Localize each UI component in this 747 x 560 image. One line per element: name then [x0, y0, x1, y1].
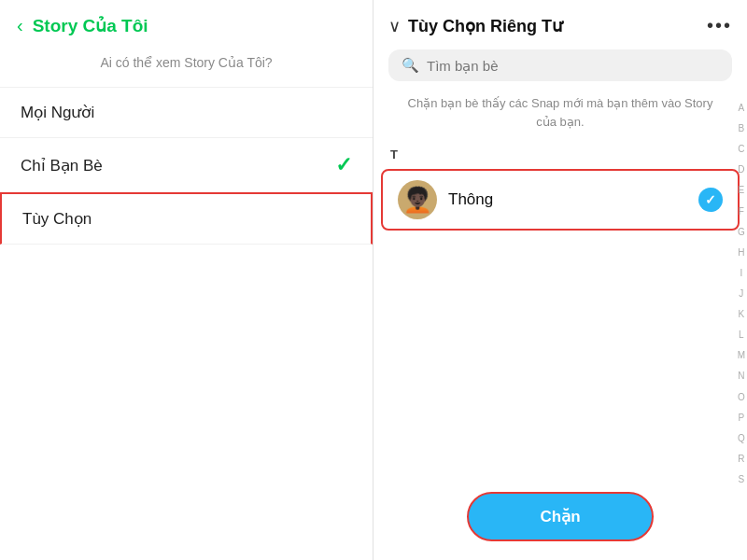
alpha-k[interactable]: K	[738, 309, 744, 320]
alpha-o[interactable]: O	[738, 392, 745, 403]
checkmark-chi-ban-be: ✓	[335, 153, 352, 177]
contact-row-thong[interactable]: 🧑🏿‍🦱 Thông ✓	[381, 169, 740, 231]
alpha-g[interactable]: G	[738, 227, 745, 238]
right-panel: ∨ Tùy Chọn Riêng Tư ••• 🔍 Chặn bạn bè th…	[374, 0, 747, 560]
option-label-moi-nguoi: Mọi Người	[21, 103, 94, 122]
left-header: ‹ Story Của Tôi	[0, 0, 373, 46]
more-options-button[interactable]: •••	[707, 15, 732, 36]
right-panel-title: Tùy Chọn Riêng Tư	[408, 16, 562, 36]
contact-name-thong: Thông	[448, 190, 687, 209]
alpha-m[interactable]: M	[738, 350, 745, 361]
alpha-e[interactable]: E	[738, 185, 744, 196]
chevron-down-icon[interactable]: ∨	[388, 16, 401, 36]
right-header: ∨ Tùy Chọn Riêng Tư •••	[374, 0, 747, 46]
alpha-d[interactable]: D	[738, 164, 744, 175]
alpha-q[interactable]: Q	[738, 433, 745, 444]
option-label-tuy-chon: Tùy Chọn	[22, 209, 92, 229]
search-input[interactable]	[427, 58, 719, 74]
contact-check-thong[interactable]: ✓	[698, 188, 723, 212]
alpha-j[interactable]: J	[739, 288, 743, 300]
block-button[interactable]: Chặn	[467, 492, 654, 541]
left-subtitle: Ai có thể xem Story Của Tôi?	[0, 46, 373, 87]
alpha-f[interactable]: F	[739, 206, 744, 217]
alpha-b[interactable]: B	[738, 123, 744, 134]
alpha-c[interactable]: C	[738, 144, 744, 155]
alpha-n[interactable]: N	[738, 371, 744, 382]
alpha-p[interactable]: P	[738, 413, 744, 424]
option-chi-ban-be[interactable]: Chỉ Bạn Bè ✓	[0, 137, 373, 192]
back-button[interactable]: ‹	[17, 15, 23, 36]
alpha-l[interactable]: L	[739, 329, 744, 341]
alphabet-sidebar: A B C D E F G H I J K L M N O P Q R S	[738, 103, 745, 485]
option-moi-nguoi[interactable]: Mọi Người	[0, 87, 373, 137]
alpha-a[interactable]: A	[738, 103, 744, 114]
left-title: Story Của Tôi	[33, 15, 148, 36]
alpha-h[interactable]: H	[738, 247, 744, 259]
option-label-chi-ban-be: Chỉ Bạn Bè	[21, 156, 103, 175]
section-letter-t: T	[374, 144, 747, 165]
alpha-i[interactable]: I	[740, 268, 742, 279]
option-tuy-chon[interactable]: Tùy Chọn	[0, 192, 373, 245]
search-bar[interactable]: 🔍	[388, 49, 732, 81]
alpha-r[interactable]: R	[738, 454, 744, 465]
block-button-area: Chặn	[467, 492, 654, 541]
search-icon: 🔍	[402, 57, 419, 74]
avatar-thong: 🧑🏿‍🦱	[398, 180, 437, 219]
right-header-center: ∨ Tùy Chọn Riêng Tư	[388, 16, 562, 36]
helper-text: Chặn bạn bè thấy các Snap mới mà bạn thê…	[374, 91, 747, 144]
alpha-s[interactable]: S	[738, 474, 744, 485]
left-panel: ‹ Story Của Tôi Ai có thể xem Story Của …	[0, 0, 374, 560]
